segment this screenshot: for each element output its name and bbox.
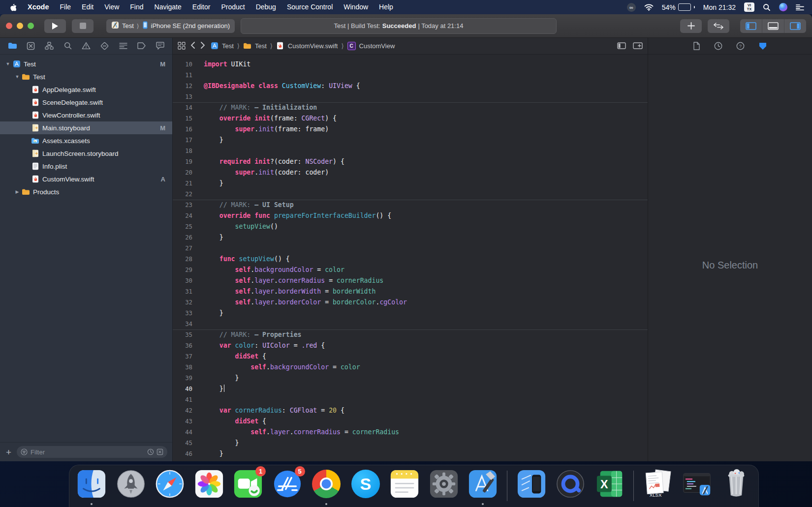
code-line-45[interactable]: 45 } <box>173 438 648 448</box>
dock-item-excel[interactable]: X <box>594 469 625 507</box>
breadcrumb-item[interactable]: CustomView <box>359 42 395 50</box>
recent-files-clock-icon[interactable] <box>147 448 154 455</box>
dock-item-minimized-xcode-window[interactable] <box>682 469 712 507</box>
code-line-28[interactable]: 28 func setupView() { <box>173 254 648 265</box>
code-line-35[interactable]: 35 // MARK: – Properties <box>173 329 648 340</box>
sidebar-item-appdelegate-swift[interactable]: AppDelegate.swift <box>0 83 172 96</box>
menu-find[interactable]: Find <box>125 3 149 11</box>
menu-file[interactable]: File <box>55 3 77 11</box>
dock-item-photos[interactable] <box>194 469 224 507</box>
connections-inspector-icon[interactable] <box>758 42 767 50</box>
sidebar-item-info-plist[interactable]: Info.plist <box>0 160 172 173</box>
spotlight-icon[interactable] <box>763 3 771 11</box>
toggle-debug-area-button[interactable] <box>762 19 784 33</box>
code-line-12[interactable]: 12@IBDesignable class CustomView: UIView… <box>173 81 648 91</box>
dock-item-notes[interactable] <box>389 469 420 507</box>
dock-item-xlsx-documents[interactable]: XLSX <box>643 469 673 507</box>
navigator-tab-tests[interactable] <box>98 39 111 52</box>
breadcrumb-item[interactable]: CustomView.swift <box>288 42 338 50</box>
breadcrumb-item[interactable]: Test <box>255 42 267 50</box>
code-line-30[interactable]: 30 self.layer.cornerRadius = cornerRadiu… <box>173 275 648 286</box>
quick-help-inspector-icon[interactable]: ? <box>736 42 745 50</box>
code-line-43[interactable]: 43 didSet { <box>173 416 648 427</box>
navigator-tab-symbols[interactable] <box>43 39 56 52</box>
related-items-icon[interactable] <box>178 42 186 50</box>
sidebar-item-customview-swift[interactable]: CustomView.swiftA <box>0 173 172 185</box>
window-zoom-button[interactable] <box>28 23 34 29</box>
code-review-button[interactable] <box>708 19 729 33</box>
disclosure-triangle[interactable]: ▶ <box>14 189 20 194</box>
code-line-13[interactable]: 13 <box>173 91 648 102</box>
code-line-24[interactable]: 24 override func prepareForInterfaceBuil… <box>173 210 648 221</box>
sidebar-item-products[interactable]: ▶Products <box>0 185 172 198</box>
menu-navigate[interactable]: Navigate <box>149 3 187 11</box>
sidebar-item-main-storyboard[interactable]: Main.storyboardM <box>0 121 172 134</box>
menu-source-control[interactable]: Source Control <box>281 3 338 11</box>
filter-field[interactable]: Filter <box>17 446 167 458</box>
code-line-29[interactable]: 29 self.backgroundColor = color <box>173 265 648 275</box>
navigator-tab-debug[interactable] <box>117 39 129 52</box>
dock-item-skype[interactable]: S <box>350 469 381 507</box>
sidebar-item-test[interactable]: ▼Test <box>0 70 172 83</box>
library-add-button[interactable] <box>680 19 702 33</box>
code-line-10[interactable]: 10import UIKit <box>173 59 648 70</box>
notification-center-icon[interactable] <box>796 4 804 10</box>
dock-item-quicktime[interactable] <box>555 469 586 507</box>
go-forward-button[interactable] <box>200 42 205 50</box>
dock-item-xcode[interactable] <box>468 469 498 507</box>
code-line-11[interactable]: 11 <box>173 70 648 81</box>
code-line-38[interactable]: 38 self.backgroundColor = color <box>173 362 648 373</box>
code-line-26[interactable]: 26 } <box>173 232 648 243</box>
file-inspector-icon[interactable] <box>693 42 700 50</box>
menu-edit[interactable]: Edit <box>76 3 99 11</box>
wifi-icon[interactable] <box>644 4 654 11</box>
navigator-tab-reports[interactable] <box>154 39 166 52</box>
code-line-14[interactable]: 14 // MARK: – Initialization <box>173 102 648 113</box>
code-line-25[interactable]: 25 setupView() <box>173 221 648 232</box>
code-line-31[interactable]: 31 self.layer.borderWidth = borderWidth <box>173 286 648 297</box>
code-line-37[interactable]: 37 didSet { <box>173 351 648 362</box>
toggle-navigator-button[interactable] <box>740 19 762 33</box>
sidebar-item-assets-xcassets[interactable]: Assets.xcassets <box>0 134 172 147</box>
disclosure-triangle[interactable]: ▼ <box>5 61 11 66</box>
code-line-44[interactable]: 44 self.layer.cornerRadius = cornerRadiu… <box>173 427 648 438</box>
sidebar-item-scenedelegate-swift[interactable]: SceneDelegate.swift <box>0 96 172 109</box>
dock-item-finder[interactable] <box>76 469 107 507</box>
stop-button[interactable] <box>72 19 94 33</box>
menu-editor[interactable]: Editor <box>187 3 216 11</box>
disclosure-triangle[interactable]: ▼ <box>14 74 20 79</box>
dock-item-launchpad[interactable] <box>116 469 146 507</box>
code-line-22[interactable]: 22 <box>173 189 648 200</box>
navigator-tab-find[interactable] <box>62 39 74 52</box>
history-inspector-icon[interactable] <box>714 42 722 50</box>
creative-cloud-icon[interactable]: ∞ <box>627 3 636 12</box>
dock-item-chrome[interactable] <box>311 469 342 507</box>
code-line-42[interactable]: 42 var cornerRadius: CGFloat = 20 { <box>173 405 648 416</box>
navigator-tab-issues[interactable] <box>80 39 93 52</box>
code-line-39[interactable]: 39 } <box>173 373 648 384</box>
navigator-tab-project[interactable] <box>6 39 19 52</box>
breadcrumb-item[interactable]: Test <box>222 42 234 50</box>
code-line-34[interactable]: 34 <box>173 319 648 329</box>
window-close-button[interactable] <box>6 23 12 29</box>
code-line-16[interactable]: 16 super.init(frame: frame) <box>173 124 648 135</box>
dock-item-app-store[interactable]: 5 <box>272 469 303 507</box>
add-editor-icon[interactable] <box>633 42 643 49</box>
code-line-27[interactable]: 27 <box>173 243 648 254</box>
code-line-40[interactable]: 40 } <box>173 384 648 394</box>
code-line-15[interactable]: 15 override init(frame: CGRect) { <box>173 113 648 124</box>
dock-item-trash[interactable] <box>721 469 751 507</box>
menu-clock[interactable]: Mon 21:32 <box>703 3 736 11</box>
source-control-filter-icon[interactable] <box>156 448 163 455</box>
sidebar-item-viewcontroller-swift[interactable]: ViewController.swift <box>0 109 172 121</box>
dock-item-facetime[interactable]: 1 <box>233 469 263 507</box>
menu-debug[interactable]: Debug <box>250 3 281 11</box>
sidebar-item-launchscreen-storyboard[interactable]: LaunchScreen.storyboard <box>0 147 172 160</box>
navigator-tab-source-control[interactable] <box>25 39 37 52</box>
toggle-inspector-button[interactable] <box>784 19 806 33</box>
menu-view[interactable]: View <box>99 3 125 11</box>
editor-options-icon[interactable] <box>617 42 626 49</box>
code-line-23[interactable]: 23 // MARK: – UI Setup <box>173 200 648 210</box>
code-line-20[interactable]: 20 super.init(coder: coder) <box>173 167 648 178</box>
code-line-17[interactable]: 17 } <box>173 135 648 146</box>
